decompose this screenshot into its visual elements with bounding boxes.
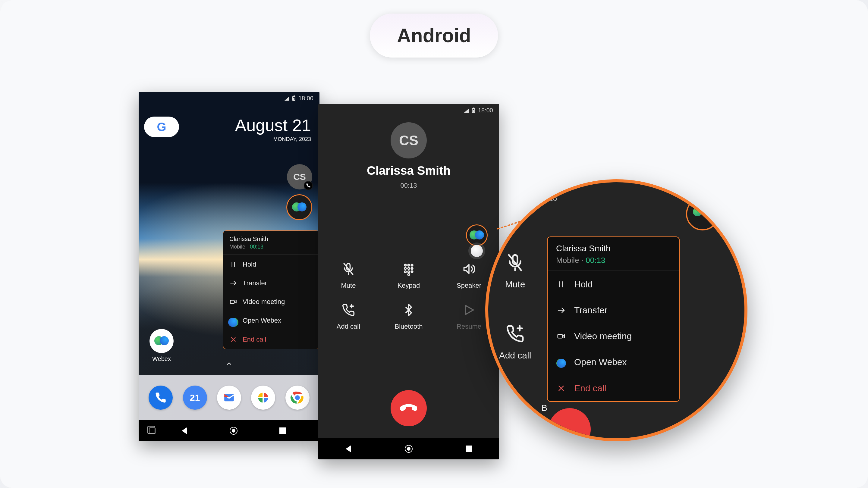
call-timer: 00:13 (318, 182, 499, 190)
app-drawer-handle-icon[interactable] (225, 360, 233, 369)
floating-webex-bubble[interactable] (286, 194, 312, 220)
control-add-call[interactable]: Add call (318, 301, 378, 330)
webex-small-icon (556, 359, 566, 365)
ctx-item-transfer[interactable]: Transfer (223, 274, 319, 293)
svg-point-21 (408, 271, 410, 272)
ctx-caller-name: Clarissa Smith (229, 235, 313, 242)
video-icon (556, 332, 566, 341)
dock-chrome-app[interactable] (285, 386, 310, 410)
add-call-icon (318, 301, 378, 318)
ctx-label: Hold (243, 261, 256, 268)
dock-mail-app[interactable] (217, 386, 241, 410)
platform-pill: Android (370, 13, 498, 58)
webex-icon (292, 202, 307, 212)
ctx-item-end-call[interactable]: End call (548, 375, 679, 401)
dock: 21 (138, 375, 319, 420)
ctx-call-type: Mobile (229, 244, 245, 250)
ctx-label: Open Webex (243, 317, 281, 324)
mic-off-icon (485, 252, 553, 274)
ctx-item-hold[interactable]: Hold (548, 271, 679, 297)
ctx-item-open-webex[interactable]: Open Webex (223, 311, 319, 330)
ctx-item-video[interactable]: Video meeting (223, 293, 319, 311)
svg-marker-24 (464, 264, 469, 273)
nav-back-icon[interactable] (346, 445, 351, 452)
overview-copy-icon[interactable] (149, 427, 156, 434)
ctx-caller-name: Clarissa Smith (556, 244, 671, 253)
control-label: Add call (485, 350, 553, 361)
control-label: Mute (318, 282, 378, 290)
call-context-menu-small: Clarissa Smith Mobile · 00:13 Hold Trans… (223, 230, 319, 349)
battery-icon (472, 108, 475, 113)
control-bluetooth[interactable]: Bluetooth (378, 301, 439, 330)
ctx-label: Transfer (243, 279, 267, 287)
call-timer: 00:13 (536, 193, 558, 203)
caller-info: CS Clarissa Smith 00:13 (318, 122, 499, 190)
nav-recents-icon[interactable] (279, 427, 286, 434)
svg-point-14 (404, 264, 406, 266)
ctx-label: Video meeting (243, 298, 285, 306)
control-add-call[interactable]: Add call (485, 323, 553, 361)
call-controls-grid: Mute Keypad Speaker Add call Bluetooth R… (318, 261, 499, 330)
phone-badge-icon (304, 181, 313, 190)
nav-back-icon[interactable] (182, 427, 187, 434)
nav-home-icon[interactable] (405, 445, 412, 453)
ctx-timer: 00:13 (250, 244, 264, 250)
date-main: August 21 (235, 116, 311, 135)
phone-homescreen: 18:00 G August 21 MONDAY, 2023 CS (138, 92, 319, 441)
dock-phone-app[interactable] (149, 386, 173, 410)
control-mute[interactable]: Mute (485, 252, 553, 290)
nav-recents-icon[interactable] (466, 446, 472, 452)
google-logo-icon: G (157, 120, 166, 134)
ctx-label: Hold (574, 279, 593, 290)
status-clock: 18:00 (299, 95, 313, 102)
zoom-callout: 00:13 Mute Add call B Clarissa Smith (485, 179, 747, 441)
arrow-right-icon (229, 279, 237, 287)
control-label: Add call (318, 323, 378, 330)
webex-app-icon (150, 329, 174, 353)
call-controls-column: Mute Add call (485, 252, 553, 361)
ctx-item-hold[interactable]: Hold (223, 255, 319, 274)
nav-home-icon[interactable] (230, 427, 238, 435)
svg-point-23 (408, 273, 410, 275)
ctx-label: End call (574, 383, 607, 393)
end-call-button[interactable] (391, 390, 427, 426)
ctx-item-open-webex[interactable]: Open Webex (548, 349, 679, 375)
caller-avatar: CS (391, 122, 427, 158)
dock-calendar-app[interactable]: 21 (183, 386, 207, 410)
webex-app-label: Webex (152, 355, 171, 362)
ctx-call-type: Mobile (556, 256, 579, 265)
contact-initials: CS (293, 172, 306, 182)
close-icon (229, 335, 237, 344)
arrow-right-icon (556, 306, 566, 315)
diagram-card: Android 18:00 G August 21 MONDAY, 2023 C… (0, 0, 868, 488)
floating-webex-bubble[interactable] (686, 197, 719, 230)
end-call-button-peek (549, 408, 591, 441)
keypad-icon (378, 261, 439, 278)
ctx-sep: · (245, 244, 250, 250)
ctx-item-video[interactable]: Video meeting (548, 323, 679, 349)
ctx-item-end-call[interactable]: End call (223, 330, 319, 349)
touch-indicator-icon (471, 245, 483, 257)
dock-photos-app[interactable] (251, 386, 275, 410)
svg-marker-27 (466, 305, 473, 314)
ctx-label: Transfer (574, 305, 608, 315)
webex-app-shortcut[interactable]: Webex (150, 329, 174, 362)
floating-webex-bubble[interactable] (466, 224, 488, 246)
pause-icon (229, 261, 237, 268)
control-keypad[interactable]: Keypad (378, 261, 439, 290)
svg-point-16 (411, 264, 413, 266)
ctx-item-transfer[interactable]: Transfer (548, 297, 679, 323)
signal-icon (464, 108, 469, 113)
svg-point-19 (411, 267, 413, 269)
control-label: Mute (485, 279, 553, 290)
control-mute[interactable]: Mute (318, 261, 378, 290)
battery-icon (292, 96, 296, 101)
svg-rect-35 (558, 334, 562, 338)
floating-contact-bubble[interactable]: CS (287, 164, 312, 190)
webex-icon (693, 207, 712, 221)
ctx-label: Open Webex (574, 357, 627, 367)
google-search-pill[interactable]: G (144, 117, 179, 137)
date-widget[interactable]: August 21 MONDAY, 2023 (235, 116, 311, 142)
status-bar: 18:00 (318, 104, 499, 115)
control-bluetooth-cut: B (541, 403, 547, 413)
